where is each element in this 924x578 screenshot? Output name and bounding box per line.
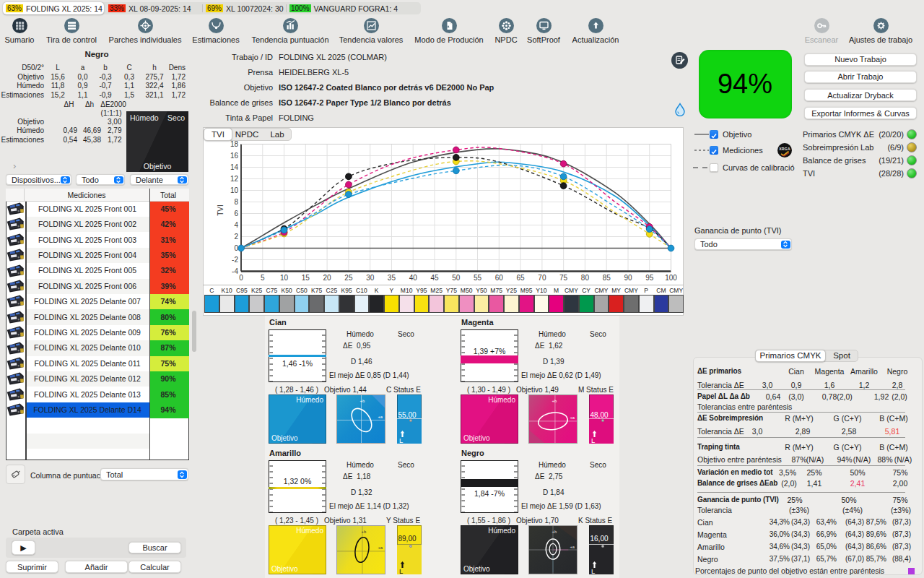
svg-text:16: 16	[230, 152, 239, 160]
svg-text:+a: +a	[570, 545, 575, 549]
svg-text:35: 35	[388, 274, 396, 282]
svg-text:+b: +b	[360, 399, 365, 403]
svg-text:-4: -4	[232, 267, 238, 275]
svg-text:TVI: TVI	[217, 204, 225, 216]
svg-text:4: 4	[234, 221, 238, 229]
svg-text:10: 10	[280, 274, 289, 282]
svg-text:6: 6	[234, 210, 238, 217]
svg-text:+b: +b	[552, 399, 557, 403]
svg-text:+a: +a	[570, 415, 575, 420]
svg-text:20: 20	[323, 274, 332, 282]
svg-text:0: 0	[239, 274, 243, 282]
svg-text:50: 50	[452, 274, 461, 282]
svg-text:+b: +b	[362, 530, 367, 534]
svg-text:14: 14	[230, 163, 239, 171]
svg-text:+a: +a	[378, 545, 383, 550]
svg-text:45: 45	[430, 274, 439, 282]
svg-text:+a: +a	[378, 415, 383, 419]
svg-text:25: 25	[344, 274, 353, 282]
svg-text:18: 18	[230, 140, 239, 148]
svg-text:80: 80	[581, 274, 590, 282]
svg-text:90: 90	[624, 274, 632, 282]
svg-text:+b: +b	[552, 530, 557, 534]
svg-text:5: 5	[261, 274, 265, 282]
svg-text:12: 12	[230, 175, 239, 183]
svg-text:15: 15	[302, 274, 310, 282]
svg-text:60: 60	[495, 274, 504, 282]
svg-text:-2: -2	[232, 256, 238, 264]
svg-text:75: 75	[559, 274, 568, 282]
svg-text:85: 85	[603, 274, 611, 282]
svg-text:30: 30	[366, 274, 375, 282]
svg-text:70: 70	[538, 274, 546, 282]
svg-text:40: 40	[409, 274, 418, 282]
svg-text:100: 100	[665, 274, 677, 282]
svg-text:0: 0	[234, 244, 238, 252]
svg-text:10: 10	[230, 186, 239, 194]
svg-text:2: 2	[234, 233, 238, 241]
svg-text:65: 65	[517, 274, 526, 282]
svg-text:8: 8	[234, 198, 238, 206]
svg-text:55: 55	[474, 274, 482, 282]
svg-text:95: 95	[645, 274, 654, 282]
